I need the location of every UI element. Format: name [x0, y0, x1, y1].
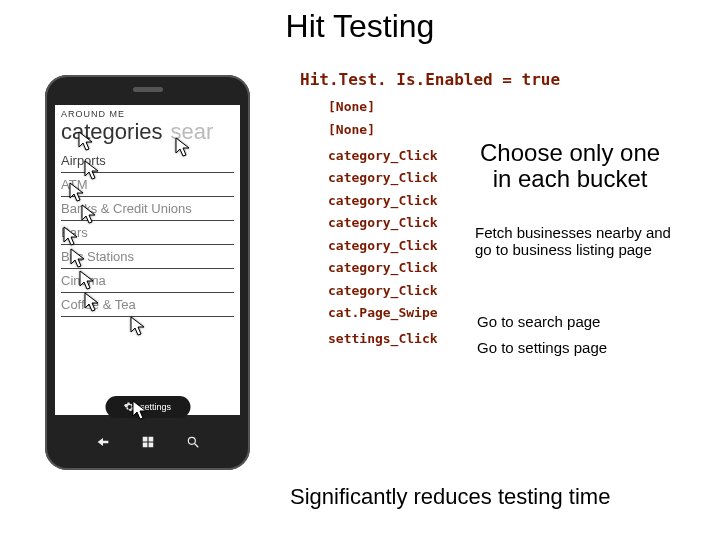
action-catclick: category_Click — [328, 149, 458, 162]
list-item[interactable]: Banks & Credit Unions — [61, 197, 234, 221]
list-item[interactable]: Bus Stations — [61, 245, 234, 269]
category-list: Airports ATM Banks & Credit Unions Bars … — [55, 145, 240, 317]
search-icon[interactable] — [183, 435, 203, 452]
list-item[interactable]: Airports — [61, 149, 234, 173]
slide-title: Hit Testing — [0, 8, 720, 45]
settings-label: settings — [140, 402, 171, 412]
annotation-settings: Go to settings page — [477, 339, 607, 356]
softkey-row — [93, 431, 203, 455]
annotation-bucket: Choose only one in each bucket — [480, 140, 660, 193]
svg-line-1 — [194, 443, 198, 447]
gear-icon — [124, 401, 136, 413]
phone-frame: AROUND ME categories sear Airports ATM B… — [45, 75, 250, 470]
action-settings: settings_Click — [328, 332, 458, 345]
action-catclick: category_Click — [328, 239, 458, 252]
annotation-search: Go to search page — [477, 313, 600, 330]
phone-screen: AROUND ME categories sear Airports ATM B… — [55, 105, 240, 415]
tab-search[interactable]: sear — [171, 119, 214, 145]
windows-icon[interactable] — [138, 435, 158, 452]
annotation-fetch: Fetch businesses nearby and go to busine… — [475, 224, 671, 259]
action-catclick: category_Click — [328, 171, 458, 184]
action-catclick: category_Click — [328, 194, 458, 207]
action-catclick: category_Click — [328, 284, 458, 297]
code-expression: Hit.Test. Is.Enabled = true — [300, 70, 560, 89]
phone-speaker — [133, 87, 163, 92]
list-item[interactable]: Bars — [61, 221, 234, 245]
app-title: AROUND ME — [55, 105, 240, 119]
action-catclick: category_Click — [328, 261, 458, 274]
back-icon[interactable] — [93, 434, 113, 453]
list-item[interactable]: ATM — [61, 173, 234, 197]
action-none: [None] — [328, 123, 458, 136]
list-item[interactable]: Cinema — [61, 269, 234, 293]
footer-note: Significantly reduces testing time — [290, 484, 610, 510]
action-swipe: cat.Page_Swipe — [328, 306, 458, 319]
list-item[interactable]: Coffee & Tea — [61, 293, 234, 317]
action-none: [None] — [328, 100, 458, 113]
tab-categories[interactable]: categories — [61, 119, 163, 145]
tab-row: categories sear — [55, 119, 240, 145]
action-column: [None] [None] category_Click category_Cl… — [328, 100, 458, 355]
settings-button[interactable]: settings — [105, 396, 190, 418]
svg-point-0 — [188, 437, 195, 444]
action-catclick: category_Click — [328, 216, 458, 229]
